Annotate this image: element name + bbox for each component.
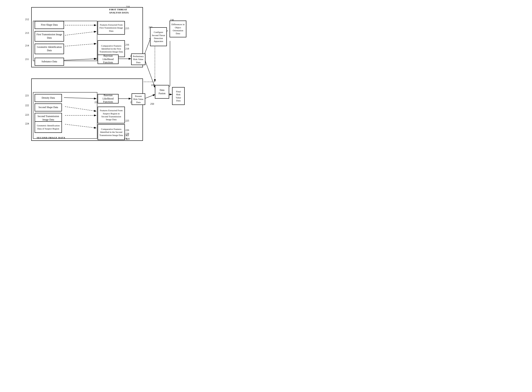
label-213: 213 — [25, 32, 29, 35]
label-215: 215 — [125, 27, 129, 30]
second-shape-box: Second Shape Data — [35, 103, 62, 112]
svg-line-21 — [144, 94, 155, 99]
label-223: 223 — [25, 113, 29, 117]
label-224: 224 — [25, 122, 29, 125]
label-228: 228 — [125, 132, 129, 135]
label-216: 216 — [125, 43, 129, 46]
basesian-box: Basesian Likelihood Functions — [98, 94, 119, 103]
label-250: 250 — [150, 103, 154, 106]
svg-line-19 — [65, 124, 97, 128]
label-226: 226 — [125, 129, 129, 132]
substance-data-box: Substance Data — [35, 58, 64, 66]
diagram: 210 FIRST THREATANALYSIS DATA 215 216 21… — [4, 4, 185, 143]
label-225: 225 — [125, 119, 129, 122]
configure-box: Configure Second Threat Detection Appara… — [150, 27, 167, 46]
features-second-box: Features Extracted From Suspect Region i… — [98, 107, 125, 123]
label-214: 214 — [25, 44, 29, 47]
density-box: Density Data — [35, 94, 62, 102]
label-first-threat: FIRST THREATANALYSIS DATA — [109, 8, 129, 14]
svg-line-8 — [65, 44, 97, 46]
svg-line-7 — [65, 32, 97, 35]
label-218: 218 — [125, 47, 129, 50]
comparative-second-box: Comparative Features Identified in the S… — [98, 124, 125, 140]
label-240: 240 — [151, 84, 155, 87]
label-222: 222 — [25, 104, 29, 107]
first-shape-data-box: First Shape Data — [35, 21, 64, 29]
first-transmission-box: First Transmission Image Data — [35, 31, 64, 42]
differences-box: Differences in Object Orientation Data — [170, 21, 186, 37]
label-211: 211 — [25, 58, 29, 61]
svg-line-16 — [64, 98, 97, 99]
bayesian-box: Bayesian Likelihood Functions — [98, 55, 119, 64]
data-fusion-box: Data Fusion — [155, 85, 169, 99]
final-risk-box: Final Risk Value Data — [172, 87, 185, 105]
label-221: 221 — [25, 94, 29, 97]
preliminary-risk-box: Preliminary Risk Value Data — [131, 54, 145, 65]
features-first-box: Features Extracted From First Transmissi… — [98, 21, 125, 35]
present-risk-box: Present Risk Value Data — [132, 93, 145, 105]
label-212: 212 — [25, 18, 29, 21]
label-second-image: SECOND IMAGE DATA — [37, 136, 65, 139]
svg-line-17 — [65, 107, 97, 111]
geometric-id-box: Geometric Identification Data — [35, 44, 64, 54]
geometric-suspect-box: Geometric Identification Data of Suspect… — [35, 121, 62, 133]
